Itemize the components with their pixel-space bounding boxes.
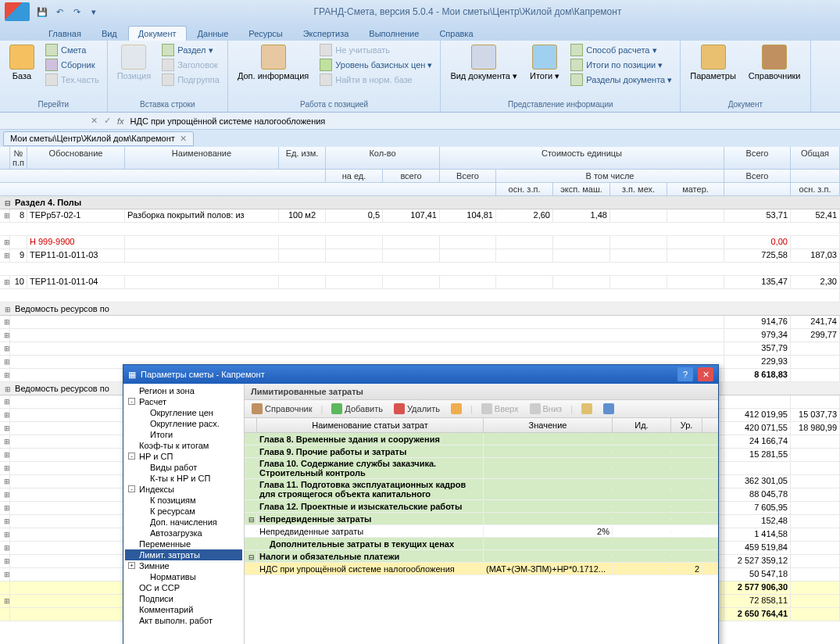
tree-item[interactable]: Нормативы — [125, 571, 242, 582]
tree-item[interactable]: К ресурсам — [125, 506, 242, 517]
tree-item[interactable]: К-ты к НР и СП — [125, 473, 242, 484]
subgroup-button[interactable]: Подгруппа — [159, 73, 223, 87]
ribbon-group-document: Параметры Справочники Документ — [681, 41, 810, 112]
tree-item[interactable]: Автозагрузка — [125, 528, 242, 538]
tree-item[interactable]: Акт выполн. работ — [125, 615, 242, 626]
tab-help[interactable]: Справка — [430, 27, 482, 41]
fx-icon[interactable]: fx — [117, 116, 124, 126]
tab-resources[interactable]: Ресурсы — [239, 27, 291, 41]
tree-item[interactable]: ОС и ССР — [125, 582, 242, 593]
formula-input[interactable] — [130, 116, 834, 126]
undo-icon[interactable]: ↶ — [53, 5, 66, 18]
params-button[interactable]: Параметры — [685, 43, 741, 82]
dialog-grid-row[interactable]: Глава 11. Подготовка эксплуатационных ка… — [245, 479, 718, 500]
tree-item[interactable]: Регион и зона — [125, 385, 242, 396]
table-row[interactable]: ⊞8ТЕРр57-02-1Разборка покрытий полов: из… — [0, 209, 840, 223]
table-row[interactable] — [0, 263, 840, 276]
tab-execution[interactable]: Выполнение — [359, 27, 428, 41]
redo-icon[interactable]: ↷ — [70, 5, 83, 18]
dialog-close-button[interactable]: ✕ — [698, 367, 713, 381]
ribbon-group-insert: Позиция Раздел ▾ Заголовок Подгруппа Вст… — [108, 41, 228, 112]
delete-button[interactable]: Удалить — [391, 402, 442, 415]
tree-item[interactable]: Доп. начисления — [125, 517, 242, 528]
tab-data[interactable]: Данные — [188, 27, 238, 41]
tab-view[interactable]: Вид — [92, 27, 127, 41]
docview-button[interactable]: Вид документа ▾ — [445, 43, 522, 83]
up-button[interactable]: Вверх — [479, 402, 521, 415]
calcmethod-button[interactable]: Способ расчета ▾ — [567, 43, 675, 57]
base-button[interactable]: База — [5, 43, 39, 82]
posntotals-button[interactable]: Итоги по позиции ▾ — [567, 58, 675, 72]
table-row[interactable]: ⊞914,76241,74 — [0, 316, 840, 329]
estimate-button[interactable]: Смета — [42, 43, 102, 57]
tree-item[interactable]: Коэф-ты к итогам — [125, 440, 242, 451]
collection-button[interactable]: Сборник — [42, 58, 102, 72]
dialog-grid-row[interactable]: Глава 10. Содержание службы заказчика. С… — [245, 458, 718, 479]
tree-item[interactable]: Округление расх. — [125, 418, 242, 429]
dialog-tree[interactable]: Регион и зона-РасчетОкругление ценОкругл… — [123, 384, 245, 644]
dialog-grid-row[interactable]: Глава 12. Проектные и изыскательские раб… — [245, 500, 718, 513]
table-row[interactable] — [0, 289, 840, 302]
tree-item[interactable]: К позициям — [125, 495, 242, 506]
collapse-icon[interactable]: ⊟ — [3, 199, 13, 207]
tree-item[interactable]: Округление цен — [125, 407, 242, 418]
ref-button[interactable]: Справочник — [249, 402, 315, 415]
position-button[interactable]: Позиция — [113, 43, 156, 82]
tree-item[interactable]: -Расчет — [125, 396, 242, 407]
ribbon-group-work: Доп. информация Не учитывать Уровень баз… — [228, 41, 441, 112]
section-header[interactable]: ⊟ Раздел 4. Полы — [0, 196, 840, 209]
dialog-grid-row[interactable]: ⊟Налоги и обязательные платежи — [245, 550, 718, 563]
cancel-icon[interactable]: ✕ — [91, 116, 98, 126]
tree-item[interactable]: Лимит. затраты — [125, 549, 242, 560]
tree-item[interactable]: Комментарий — [125, 604, 242, 615]
down-button[interactable]: Вниз — [527, 402, 565, 415]
table-row[interactable]: ⊞Н 999-99000,00 — [0, 236, 840, 249]
save-button[interactable] — [601, 402, 617, 415]
extra-info-button[interactable]: Доп. информация — [233, 43, 313, 82]
tree-item[interactable]: -Индексы — [125, 484, 242, 495]
tree-item[interactable]: Виды работ — [125, 462, 242, 473]
header-button[interactable]: Заголовок — [159, 58, 223, 72]
edit-button[interactable] — [449, 402, 464, 415]
table-row[interactable]: ⊞979,34299,77 — [0, 329, 840, 342]
docsections-button[interactable]: Разделы документа ▾ — [567, 73, 675, 87]
dialog-grid-row[interactable]: Глава 9. Прочие работы и затраты — [245, 445, 718, 458]
dialog-grid-row[interactable]: Дополнительные затраты в текущих ценах — [245, 538, 718, 550]
save-icon[interactable]: 💾 — [36, 5, 48, 18]
tree-item[interactable]: Переменные — [125, 538, 242, 549]
dialog-grid-row[interactable]: Непредвиденные затраты2% — [245, 525, 718, 538]
table-row[interactable] — [0, 223, 840, 236]
tree-item[interactable]: +Зимние — [125, 560, 242, 571]
ignore-button[interactable]: Не учитывать — [316, 43, 435, 57]
accept-icon[interactable]: ✓ — [104, 116, 111, 126]
table-row[interactable]: ⊞9ТЕР11-01-011-03725,58187,03 — [0, 249, 840, 263]
close-tab-icon[interactable]: ✕ — [180, 134, 187, 144]
dialog-grid-row[interactable]: ⊟Непредвиденные затраты — [245, 513, 718, 525]
tab-main[interactable]: Главная — [39, 27, 91, 41]
add-button[interactable]: Добавить — [329, 402, 385, 415]
dialog-help-button[interactable]: ? — [677, 367, 693, 381]
tree-item[interactable]: -НР и СП — [125, 451, 242, 462]
techpart-button[interactable]: Тех.часть — [42, 73, 102, 87]
totals-button[interactable]: Итоги ▾ — [525, 43, 564, 83]
document-tab[interactable]: Мои сметы\Центр\Жилой дом\Капремонт ✕ — [3, 131, 194, 146]
tree-item[interactable]: Итоги — [125, 429, 242, 440]
tab-expertise[interactable]: Экспертиза — [294, 27, 359, 41]
reference-button[interactable]: Справочники — [744, 43, 806, 82]
dialog-grid-header: Наименование статьи затрат Значение Ид. … — [245, 418, 718, 433]
dialog-titlebar[interactable]: ▦ Параметры сметы - Капремонт ? ✕ — [123, 365, 718, 384]
tab-document[interactable]: Документ — [128, 26, 187, 41]
open-button[interactable] — [579, 402, 595, 415]
dialog-grid-row[interactable]: Глава 8. Временные здания и сооружения — [245, 433, 718, 445]
ribbon-group-navigate: База Смета Сборник Тех.часть Перейти — [0, 41, 108, 112]
table-row[interactable]: ⊞357,79 — [0, 342, 840, 356]
find-norm-button[interactable]: Найти в норм. базе — [316, 73, 435, 87]
tree-item[interactable]: Подписи — [125, 593, 242, 604]
qat-dropdown-icon[interactable]: ▾ — [88, 5, 100, 18]
section-button[interactable]: Раздел ▾ — [159, 43, 223, 57]
baselevel-button[interactable]: Уровень базисных цен ▾ — [316, 58, 435, 72]
table-row[interactable]: ⊞10ТЕР11-01-011-04135,472,30 — [0, 276, 840, 289]
resource-section-1[interactable]: ⊞ Ведомость ресурсов по — [0, 302, 840, 316]
dialog-grid-row[interactable]: НДС при упрощённой системе налогообложен… — [245, 563, 718, 575]
dialog-grid[interactable]: Глава 8. Временные здания и сооруженияГл… — [245, 433, 718, 644]
